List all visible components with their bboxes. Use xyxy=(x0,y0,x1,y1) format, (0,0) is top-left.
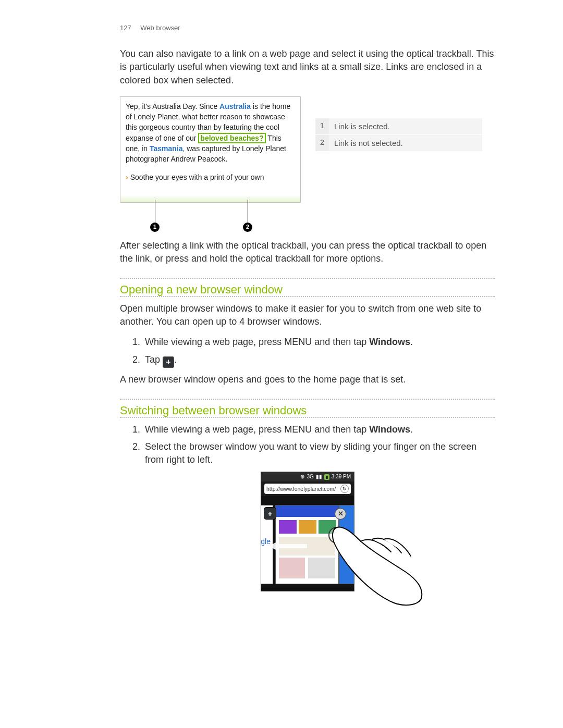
after-figure-paragraph: After selecting a link with the optical … xyxy=(120,239,495,265)
add-window-button: + xyxy=(264,508,276,519)
page-number: 127 xyxy=(120,24,131,32)
link-australia: Australia xyxy=(219,102,251,110)
link-tasmania: Tasmania xyxy=(150,144,183,153)
figure-2: ⊕ 3G ▮▮ ▮ 3:39 PM http://www.lonelyplane… xyxy=(120,472,495,591)
target-icon: ⊕ xyxy=(300,473,304,480)
bullet-caption: Soothe your eyes with a print of your ow… xyxy=(130,173,264,181)
divider xyxy=(120,399,495,400)
window-carousel: gle + ✕ xyxy=(261,496,354,591)
signal-bars-icon: ▮▮ xyxy=(316,473,322,480)
open-step-1: While viewing a web page, press MENU and… xyxy=(143,336,495,349)
open-result: A new browser window opens and goes to t… xyxy=(120,373,495,386)
page-header: 127 Web browser xyxy=(120,23,495,33)
intro-paragraph: You can also navigate to a link on a web… xyxy=(120,47,495,87)
legend-num: 2 xyxy=(315,135,329,151)
figure-row-1: Yep, it's Australia Day. Since Australia… xyxy=(120,96,495,234)
legend-row: 1 Link is selected. xyxy=(315,118,482,135)
open-intro: Open multiple browser windows to make it… xyxy=(120,302,495,328)
open-step-2: Tap +. xyxy=(143,353,495,368)
status-bar: ⊕ 3G ▮▮ ▮ 3:39 PM xyxy=(261,472,354,482)
plus-icon: + xyxy=(163,356,174,368)
callout-marker-1: 1 xyxy=(150,223,160,232)
url-bar: http://www.lonelyplanet.com/ ↻ xyxy=(264,484,351,494)
url-text: http://www.lonelyplanet.com/ xyxy=(266,485,336,493)
callout-marker-2: 2 xyxy=(243,223,252,232)
fade-bar xyxy=(120,195,300,202)
switch-step-1: While viewing a web page, press MENU and… xyxy=(143,423,495,436)
switch-step-2: Select the browser window you want to vi… xyxy=(143,440,495,466)
figure-1-column: Yep, it's Australia Day. Since Australia… xyxy=(120,96,301,234)
callout-container: 1 2 xyxy=(120,203,290,234)
phone-screenshot: ⊕ 3G ▮▮ ▮ 3:39 PM http://www.lonelyplane… xyxy=(261,472,354,591)
swipe-arrow-icon xyxy=(268,542,277,550)
legend-row: 2 Link is not selected. xyxy=(315,135,482,152)
close-window-button: ✕ xyxy=(335,509,346,519)
arrow-icon: › xyxy=(126,173,130,181)
signal-indicator: 3G xyxy=(307,473,313,480)
switch-steps: While viewing a web page, press MENU and… xyxy=(120,423,495,467)
clock: 3:39 PM xyxy=(332,473,351,480)
open-steps: While viewing a web page, press MENU and… xyxy=(120,336,495,367)
legend-text: Link is selected. xyxy=(329,118,482,134)
section-name: Web browser xyxy=(140,24,180,32)
document-page: 127 Web browser You can also navigate to… xyxy=(0,0,563,623)
heading-switching: Switching between browser windows xyxy=(120,403,495,419)
divider xyxy=(120,278,495,279)
selected-link: beloved beaches? xyxy=(198,133,265,143)
legend-num: 1 xyxy=(315,118,329,134)
battery-icon: ▮ xyxy=(324,474,329,480)
legend-text: Link is not selected. xyxy=(329,135,482,151)
legend-table: 1 Link is selected. 2 Link is not select… xyxy=(315,118,482,152)
refresh-icon: ↻ xyxy=(340,485,349,493)
heading-opening: Opening a new browser window xyxy=(120,282,495,298)
browser-screenshot-1: Yep, it's Australia Day. Since Australia… xyxy=(120,96,301,203)
